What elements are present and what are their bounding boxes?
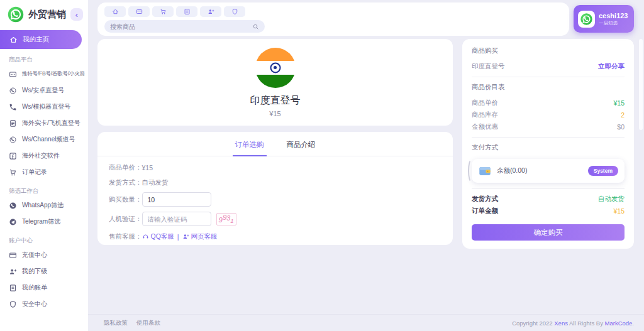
unit-price-value: ¥15 <box>613 99 625 107</box>
shield-icon <box>231 8 238 15</box>
web-service-label: 网页客服 <box>191 232 218 241</box>
search-input[interactable] <box>110 23 248 30</box>
cart-icon <box>9 168 17 176</box>
captcha-digit: 1 <box>230 217 233 224</box>
sidebar-section-filter: 筛选工作台 <box>9 187 88 195</box>
order-card: 订单选购 商品介绍 商品单价： ¥15 发货方式： 自动发货 购买数量： 人机验… <box>97 132 453 245</box>
sidebar-item-overseas-social[interactable]: 海外社交软件 <box>0 148 88 164</box>
sidebar-section-account: 账户中心 <box>9 237 88 245</box>
search-icon[interactable] <box>252 23 259 30</box>
card-icon <box>136 8 143 15</box>
tab-product-intro[interactable]: 商品介绍 <box>284 140 318 156</box>
sidebar-item-ws-channel[interactable]: Ws/Channel频道号 <box>0 131 88 148</box>
web-service-link[interactable]: 网页客服 <box>182 232 218 241</box>
share-now-link[interactable]: 立即分享 <box>598 62 625 71</box>
phone-icon <box>9 103 17 111</box>
selection-bracket <box>468 159 475 183</box>
agent-icon <box>182 233 189 240</box>
presale-service-label: 售前客服： <box>109 232 142 241</box>
sidebar-item-twitter-fb-google[interactable]: 推特号/FB号/谷歌号/小火箭 <box>0 66 88 82</box>
sidebar-item-recharge[interactable]: 充值中心 <box>0 247 88 263</box>
header-quick-tabs <box>104 6 245 17</box>
unit-price-label: 商品单价： <box>109 163 142 172</box>
page: 外贸营销 ‹ 我的主页 商品平台 推特号/FB号/谷歌号/小火箭 Ws/安卓直登… <box>0 0 644 331</box>
scrollbar-thumb[interactable] <box>639 39 643 130</box>
order-form: 商品单价： ¥15 发货方式： 自动发货 购买数量： 人机验证： 9931 售前… <box>97 156 453 242</box>
product-card: 印度直登号 ¥15 <box>97 39 453 126</box>
sidebar-item-overseas-card[interactable]: 海外实卡/飞机直登号 <box>0 115 88 131</box>
delivery-method-value: 自动发货 <box>598 195 625 203</box>
india-flag-image <box>255 48 296 88</box>
user-name: ceshi123 <box>599 11 628 20</box>
qq-service-link[interactable]: QQ客服 <box>142 232 174 241</box>
confirm-purchase-button[interactable]: 确定购买 <box>472 224 625 241</box>
footer-links: 隐私政策 使用条款 <box>104 319 160 327</box>
sidebar-item-telegram-filter[interactable]: Telegram筛选 <box>0 214 88 230</box>
shield-icon <box>9 300 17 308</box>
user-info: ceshi123 一启知选 <box>599 11 628 26</box>
team-icon <box>9 268 17 276</box>
app-logo-icon <box>580 13 593 26</box>
copyright-text: All Rights By <box>568 320 605 327</box>
panel-title: 商品购买 <box>472 46 625 55</box>
headset-icon <box>142 233 149 240</box>
captcha-input[interactable] <box>142 212 211 226</box>
card-icon <box>9 251 17 259</box>
payment-method-balance[interactable]: 余额(0.00) System <box>472 159 625 183</box>
tab-orders[interactable] <box>152 6 174 17</box>
tab-order-select[interactable]: 订单选购 <box>233 140 267 156</box>
sidebar-item-label: 海外实卡/飞机直登号 <box>22 119 80 128</box>
sidebar-item-label: 我的主页 <box>23 35 49 44</box>
chat-icon <box>9 70 17 79</box>
sidebar-item-home[interactable]: 我的主页 <box>0 30 82 49</box>
product-price: ¥15 <box>269 110 280 117</box>
captcha-image[interactable]: 9931 <box>216 213 236 225</box>
unit-price-label: 商品单价 <box>472 99 498 107</box>
header <box>97 3 569 36</box>
sidebar-item-ws-emulator[interactable]: Ws/模拟器直登号 <box>0 99 88 115</box>
service-links: QQ客服 | 网页客服 <box>142 232 218 241</box>
sidebar-item-bills[interactable]: 我的账单 <box>0 279 88 296</box>
bill-icon <box>184 8 191 15</box>
sidebar-item-subordinates[interactable]: 我的下级 <box>0 263 88 279</box>
tab-security[interactable] <box>224 6 245 17</box>
quantity-input[interactable] <box>142 192 211 207</box>
sidebar-item-label: Ws/安卓直登号 <box>22 86 64 95</box>
divider <box>472 137 625 138</box>
user-subtitle: 一启知选 <box>599 20 628 26</box>
unit-price-value: ¥15 <box>142 164 153 171</box>
service-separator: | <box>177 233 179 241</box>
copyright-text: Copyright 2022 <box>512 320 554 327</box>
panel-product-name: 印度直登号 <box>472 62 505 71</box>
tab-bills[interactable] <box>176 6 197 17</box>
brand-xens-link[interactable]: Xens <box>554 320 568 327</box>
app-logo-icon <box>7 6 25 23</box>
sidebar-item-label: 我的下级 <box>22 267 47 276</box>
tab-home[interactable] <box>104 6 126 17</box>
sidebar-item-order-history[interactable]: 订单记录 <box>0 164 88 180</box>
sidebar-collapse-button[interactable]: ‹ <box>70 8 83 21</box>
sidebar-item-label: 订单记录 <box>22 168 47 176</box>
sidebar-item-label: 海外社交软件 <box>22 151 60 160</box>
order-amount-value: ¥15 <box>613 207 625 215</box>
sidebar-item-label: 充值中心 <box>22 251 47 259</box>
brand-markcode-link[interactable]: MarkCode <box>605 320 633 327</box>
search-bar <box>104 20 265 33</box>
sidebar-item-ws-android[interactable]: Ws/安卓直登号 <box>0 82 88 99</box>
payment-method-title: 支付方式 <box>472 143 625 152</box>
price-list-title: 商品价目表 <box>472 83 625 92</box>
document-icon <box>9 119 17 128</box>
footer: 隐私政策 使用条款 Copyright 2022 Xens All Rights… <box>88 314 644 331</box>
tab-recharge[interactable] <box>128 6 150 17</box>
order-amount-label: 订单金额 <box>472 207 498 215</box>
terms-link[interactable]: 使用条款 <box>136 319 160 327</box>
privacy-policy-link[interactable]: 隐私政策 <box>104 319 128 327</box>
tab-team[interactable] <box>200 6 221 17</box>
sidebar-item-security[interactable]: 安全中心 <box>0 296 88 312</box>
facebook-icon <box>9 152 17 160</box>
telegram-icon <box>9 218 17 226</box>
bill-icon <box>9 284 17 292</box>
sidebar-item-whatsapp-filter[interactable]: WhatsApp筛选 <box>0 197 88 214</box>
discount-label: 金额优惠 <box>472 122 498 131</box>
user-badge[interactable]: ceshi123 一启知选 <box>574 5 634 33</box>
